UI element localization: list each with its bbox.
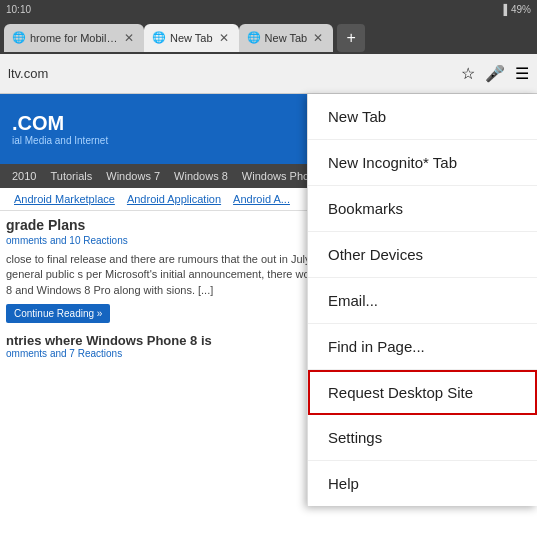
menu-item-request-desktop[interactable]: Request Desktop Site bbox=[308, 370, 537, 415]
tab-favicon-0: 🌐 bbox=[12, 31, 26, 45]
tab-label-1: New Tab bbox=[170, 32, 213, 44]
tab-bar: 🌐 hrome for Mobile - G ✕ 🌐 New Tab ✕ 🌐 N… bbox=[0, 18, 537, 54]
menu-item-bookmarks[interactable]: Bookmarks bbox=[308, 186, 537, 232]
menu-item-settings[interactable]: Settings bbox=[308, 415, 537, 461]
tab-close-0[interactable]: ✕ bbox=[122, 31, 136, 45]
nav-windows8[interactable]: Windows 8 bbox=[168, 168, 234, 184]
menu-item-other-devices-label: Other Devices bbox=[328, 246, 423, 263]
address-input[interactable] bbox=[8, 66, 461, 81]
tab-label-0: hrome for Mobile - G bbox=[30, 32, 118, 44]
sub-nav-android3[interactable]: Android A... bbox=[227, 191, 296, 207]
dropdown-menu: New Tab New Incognito* Tab Bookmarks Oth… bbox=[307, 94, 537, 506]
menu-item-help-label: Help bbox=[328, 475, 359, 492]
site-logo: .COM ial Media and Internet bbox=[12, 112, 108, 146]
menu-item-help[interactable]: Help bbox=[308, 461, 537, 506]
tab-2[interactable]: 🌐 New Tab ✕ bbox=[239, 24, 334, 52]
menu-item-bookmarks-label: Bookmarks bbox=[328, 200, 403, 217]
mic-icon[interactable]: 🎤 bbox=[485, 64, 505, 83]
menu-item-request-desktop-label: Request Desktop Site bbox=[328, 384, 473, 401]
star-icon[interactable]: ☆ bbox=[461, 64, 475, 83]
menu-item-new-tab-label: New Tab bbox=[328, 108, 386, 125]
menu-icon[interactable]: ☰ bbox=[515, 64, 529, 83]
tab-favicon-1: 🌐 bbox=[152, 31, 166, 45]
nav-windows7[interactable]: Windows 7 bbox=[100, 168, 166, 184]
menu-item-email[interactable]: Email... bbox=[308, 278, 537, 324]
menu-item-incognito-label: New Incognito* Tab bbox=[328, 154, 457, 171]
menu-item-find-in-page[interactable]: Find in Page... bbox=[308, 324, 537, 370]
new-tab-button[interactable]: + bbox=[337, 24, 365, 52]
menu-item-email-label: Email... bbox=[328, 292, 378, 309]
sub-nav-app[interactable]: Android Application bbox=[121, 191, 227, 207]
tab-close-1[interactable]: ✕ bbox=[217, 31, 231, 45]
battery-level: 49% bbox=[511, 4, 531, 15]
menu-item-find-in-page-label: Find in Page... bbox=[328, 338, 425, 355]
nav-2010[interactable]: 2010 bbox=[6, 168, 42, 184]
nav-tutorials[interactable]: Tutorials bbox=[44, 168, 98, 184]
tab-favicon-2: 🌐 bbox=[247, 31, 261, 45]
tab-label-2: New Tab bbox=[265, 32, 308, 44]
tab-1[interactable]: 🌐 New Tab ✕ bbox=[144, 24, 239, 52]
sub-nav-marketplace[interactable]: Android Marketplace bbox=[8, 191, 121, 207]
battery-icon: ▐ bbox=[500, 4, 507, 15]
menu-item-new-tab[interactable]: New Tab bbox=[308, 94, 537, 140]
status-bar: 10:10 ▐ 49% bbox=[0, 0, 537, 18]
tab-0[interactable]: 🌐 hrome for Mobile - G ✕ bbox=[4, 24, 144, 52]
menu-item-other-devices[interactable]: Other Devices bbox=[308, 232, 537, 278]
menu-item-incognito[interactable]: New Incognito* Tab bbox=[308, 140, 537, 186]
menu-item-settings-label: Settings bbox=[328, 429, 382, 446]
tab-close-2[interactable]: ✕ bbox=[311, 31, 325, 45]
time: 10:10 bbox=[6, 4, 31, 15]
continue-reading-button[interactable]: Continue Reading » bbox=[6, 304, 110, 323]
address-bar: ☆ 🎤 ☰ bbox=[0, 54, 537, 94]
